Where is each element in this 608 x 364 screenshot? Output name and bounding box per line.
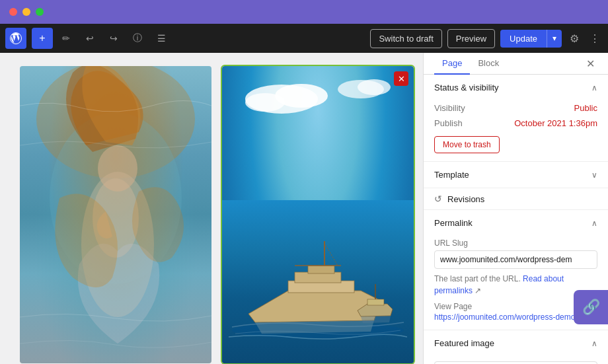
image-1-content — [20, 66, 211, 363]
info-icon: ⓘ — [133, 32, 142, 44]
chevron-up-icon: ∧ — [591, 83, 597, 92]
url-slug-label: URL Slug — [434, 238, 597, 248]
redo-button[interactable]: ↪ — [103, 28, 124, 49]
section-featured-image-title: Featured image — [434, 338, 494, 348]
chevron-down-icon: ∨ — [591, 170, 597, 180]
add-block-button[interactable]: + — [32, 28, 53, 49]
redo-icon: ↪ — [110, 33, 118, 44]
chevron-up-icon-permalink: ∧ — [591, 219, 597, 228]
svg-point-17 — [245, 93, 285, 112]
set-featured-image-button[interactable]: Set featured image — [434, 361, 597, 364]
section-status-header[interactable]: Status & visibility ∧ — [424, 75, 608, 100]
preview-button[interactable]: Preview — [447, 29, 495, 48]
svg-point-5 — [98, 145, 137, 192]
chevron-up-icon-featured: ∧ — [591, 339, 597, 348]
section-revisions: ↺ Revisions — [424, 188, 608, 210]
traffic-light-green[interactable] — [36, 8, 44, 16]
boats-svg — [229, 238, 407, 344]
section-featured-image-header[interactable]: Featured image ∧ — [424, 330, 608, 356]
visibility-value[interactable]: Public — [574, 103, 597, 113]
section-status-title: Status & visibility — [434, 83, 499, 92]
gear-icon: ⚙ — [570, 33, 579, 44]
chevron-down-icon: ▾ — [552, 34, 556, 43]
section-template: Template ∨ — [424, 162, 608, 188]
move-to-trash-button[interactable]: Move to trash — [434, 136, 500, 153]
section-status-visibility: Status & visibility ∧ Visibility Public … — [424, 75, 608, 162]
revisions-row[interactable]: ↺ Revisions — [424, 188, 608, 209]
section-featured-image: Featured image ∧ Set featured image — [424, 330, 608, 364]
publish-row: Publish October 2021 1:36pm — [434, 118, 597, 128]
more-options-button[interactable]: ⋮ — [587, 30, 603, 48]
tab-block[interactable]: Block — [470, 53, 507, 75]
sky-svg — [229, 73, 407, 159]
svg-line-11 — [324, 243, 338, 266]
remove-block-button[interactable]: ✕ — [394, 71, 408, 86]
visibility-label: Visibility — [434, 103, 465, 113]
revisions-icon: ↺ — [434, 194, 442, 204]
sidebar-tabs: Page Block ✕ — [424, 53, 608, 75]
svg-rect-9 — [308, 266, 334, 273]
url-hint: The last part of the URL. Read about per… — [434, 273, 597, 297]
main-area: ✕ — [0, 53, 608, 364]
section-template-header[interactable]: Template ∨ — [424, 162, 608, 188]
editor-canvas: ✕ — [0, 53, 423, 364]
visibility-row: Visibility Public — [434, 103, 597, 113]
view-page-link[interactable]: https://joomunited.com/wordpress-demo ↗ — [434, 312, 597, 322]
tab-page[interactable]: Page — [434, 53, 470, 75]
close-icon: ✕ — [398, 74, 405, 84]
figure-svg — [20, 66, 211, 363]
list-view-button[interactable]: ☰ — [151, 28, 172, 49]
edit-mode-button[interactable]: ✏ — [56, 28, 77, 49]
switch-to-draft-button[interactable]: Switch to draft — [370, 29, 441, 48]
update-dropdown-button[interactable]: ▾ — [547, 30, 562, 48]
wp-toolbar: + ✏ ↩ ↪ ⓘ ☰ Switch to draft Preview Upda… — [0, 24, 608, 53]
traffic-light-yellow[interactable] — [22, 8, 30, 16]
wp-logo-icon[interactable] — [5, 28, 26, 49]
publish-label: Publish — [434, 118, 463, 128]
section-template-title: Template — [434, 170, 469, 180]
update-button[interactable]: Update — [500, 30, 547, 48]
revisions-label: Revisions — [447, 194, 484, 204]
pencil-icon: ✏ — [62, 33, 70, 44]
undo-button[interactable]: ↩ — [79, 28, 100, 49]
section-permalink-title: Permalink — [434, 218, 473, 228]
plus-icon: + — [39, 32, 45, 44]
settings-button[interactable]: ⚙ — [567, 30, 582, 48]
view-page-label: View Page — [434, 302, 597, 311]
undo-icon: ↩ — [86, 33, 94, 44]
list-icon: ☰ — [157, 33, 166, 44]
section-permalink-header[interactable]: Permalink ∧ — [424, 210, 608, 236]
ellipsis-icon: ⋮ — [589, 33, 600, 44]
url-slug-input[interactable] — [434, 250, 597, 269]
featured-image-body: Set featured image — [424, 356, 608, 364]
purple-deco: 🔗 — [574, 290, 608, 324]
svg-point-19 — [358, 79, 391, 95]
traffic-light-red[interactable] — [9, 8, 17, 16]
sidebar-close-button[interactable]: ✕ — [584, 55, 597, 73]
publish-value[interactable]: October 2021 1:36pm — [514, 118, 597, 128]
image-block-2[interactable]: ✕ — [222, 66, 414, 363]
section-status-body: Visibility Public Publish October 2021 1… — [424, 100, 608, 161]
title-bar — [0, 0, 608, 24]
link-icon: 🔗 — [582, 299, 600, 316]
info-button[interactable]: ⓘ — [127, 28, 148, 49]
svg-rect-13 — [367, 299, 384, 305]
image-block-1[interactable] — [20, 66, 211, 363]
